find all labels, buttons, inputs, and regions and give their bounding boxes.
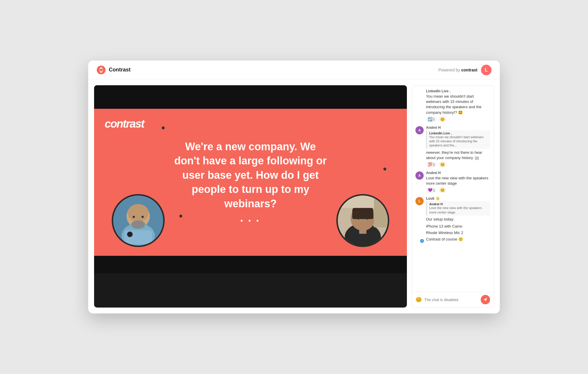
reaction[interactable]: 💜1 (426, 187, 437, 193)
list-item: Contrast of course 🙂 (426, 236, 490, 243)
send-button[interactable] (481, 295, 490, 304)
video-black-bar-bottom (94, 256, 407, 273)
decorative-dot-2 (383, 168, 386, 171)
svg-point-10 (141, 216, 144, 218)
chat-sidebar: LinkedIn Live . You mean we shouldn't st… (412, 85, 494, 308)
chat-text: Our setup today: (426, 217, 490, 222)
svg-text:contrast: contrast (105, 118, 145, 130)
list-item: Rhode Wireless Mic 2 (426, 230, 490, 236)
quoted-sender: Andrei H (429, 202, 488, 206)
svg-point-1 (100, 69, 103, 71)
emoji-picker-button[interactable]: 😊 (415, 296, 422, 303)
chat-reactions: 💜1 😊 (426, 187, 490, 193)
chat-sender: Luuk 👋 (426, 196, 490, 201)
quoted-text: You mean we shouldn't start webinars wit… (429, 135, 488, 148)
message-avatar: A (415, 126, 424, 134)
quoted-message: LinkedIn Live . You mean we shouldn't st… (426, 130, 490, 149)
chat-bubble: LinkedIn Live . You mean we shouldn't st… (426, 89, 490, 122)
quoted-text: Love the new view with the speakers more… (429, 206, 488, 214)
chat-sender: LinkedIn Live . (426, 89, 490, 93)
chat-input-area: 😊 (412, 292, 494, 307)
badge: ✦ (420, 239, 424, 243)
svg-point-8 (131, 221, 145, 229)
slide-question: We're a new company. We don't have a lar… (171, 140, 330, 211)
chat-bubble: Luuk 👋 Andrei H Love the new view with t… (426, 196, 490, 243)
chat-text: Love the new view with the speakers more… (426, 176, 490, 186)
chat-message: L ✦ Luuk 👋 Andrei H Love the new view wi… (415, 196, 490, 243)
avatar-wrapper: L ✦ (415, 196, 424, 243)
reaction-emoji-button[interactable]: 😊 (438, 162, 447, 167)
user-avatar[interactable]: L (481, 65, 492, 75)
header: Contrast Powered by contrast L (88, 61, 500, 79)
chat-messages: LinkedIn Live . You mean we shouldn't st… (412, 86, 494, 292)
chat-message: A Andrei H Love the new view with the sp… (415, 171, 490, 193)
svg-rect-21 (374, 196, 388, 227)
svg-point-9 (133, 216, 135, 218)
speaker-circle-right (336, 194, 389, 247)
chat-reactions: 💯2 😊 (426, 162, 490, 167)
reaction[interactable]: ↩️1 (426, 116, 437, 122)
reaction[interactable]: 💯2 (426, 162, 437, 167)
reaction-emoji-button[interactable]: 😊 (438, 187, 447, 193)
chat-bubble: Andrei H LinkedIn Live . You mean we sho… (426, 126, 490, 167)
decorative-dot-1 (162, 126, 165, 129)
header-right: Powered by contrast L (438, 65, 492, 75)
video-slide: contrast We're a new company. We don't h… (94, 109, 407, 256)
svg-point-6 (128, 204, 149, 222)
chat-text: neeever, they're not there to hear about… (426, 150, 490, 161)
video-black-bar-top (94, 85, 407, 109)
chat-input[interactable] (424, 298, 478, 302)
list-item: iPhone 13 with Camo (426, 223, 490, 230)
quoted-message: Andrei H Love the new view with the spea… (426, 201, 490, 216)
main-content: contrast We're a new company. We don't h… (88, 79, 500, 313)
contrast-logo-icon (96, 65, 106, 75)
chat-text: You mean we shouldn't start webinars wit… (426, 94, 490, 115)
decorative-dot-3 (179, 215, 182, 218)
message-list: iPhone 13 with Camo Rhode Wireless Mic 2… (426, 223, 490, 243)
svg-point-18 (357, 217, 360, 220)
chat-sender: Andrei H (426, 126, 490, 130)
app-window: Contrast Powered by contrast L contrast (88, 61, 500, 313)
message-avatar: L (415, 197, 424, 205)
chat-sender: Andrei H (426, 171, 490, 175)
quoted-sender: LinkedIn Live . (429, 131, 488, 135)
chat-bubble: Andrei H Love the new view with the spea… (426, 171, 490, 193)
video-area: contrast We're a new company. We don't h… (94, 85, 407, 308)
avatar-wrapper: A (415, 126, 424, 167)
chat-reactions: ↩️1 😊 (426, 116, 490, 122)
reaction-emoji-button[interactable]: 😊 (438, 116, 447, 122)
message-avatar: A (415, 171, 424, 180)
slide-dots: • • • (240, 217, 261, 225)
svg-point-19 (366, 217, 368, 220)
svg-rect-17 (352, 211, 373, 219)
speaker-circle-left (112, 194, 165, 247)
slide-logo: contrast (105, 117, 158, 132)
svg-point-11 (127, 232, 133, 237)
app-title: Contrast (109, 67, 131, 73)
video-container: contrast We're a new company. We don't h… (94, 85, 407, 308)
chat-message: A Andrei H LinkedIn Live . You mean we s… (415, 126, 490, 167)
avatar-wrapper: A (415, 171, 424, 193)
header-left: Contrast (96, 65, 131, 75)
chat-message: LinkedIn Live . You mean we shouldn't st… (415, 89, 490, 122)
powered-by-text: Powered by contrast (438, 68, 477, 72)
